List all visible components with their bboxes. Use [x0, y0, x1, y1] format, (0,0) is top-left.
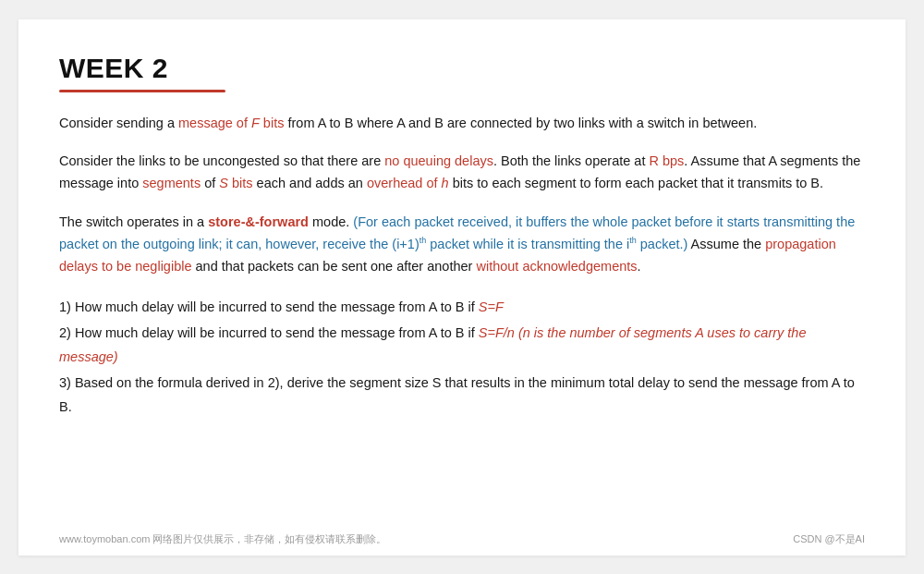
highlight-s-bits: S bits: [219, 176, 252, 190]
highlight-segments: segments: [142, 176, 201, 190]
q2-condition: S=F/n (n is the number of segments A use…: [59, 325, 807, 364]
paragraph-1: Consider sending a message of F bits fro…: [59, 113, 865, 135]
page-title: WEEK 2: [59, 53, 865, 84]
main-card: WEEK 2 Consider sending a message of F b…: [18, 19, 906, 556]
title-underline: [59, 90, 225, 92]
highlight-store-forward: store-&-forward: [208, 214, 309, 229]
paragraph-3: The switch operates in a store-&-forward…: [59, 212, 865, 278]
highlight-no-queuing: no queuing delays: [384, 153, 493, 168]
footer-right: CSDN @不是AI: [793, 532, 865, 546]
highlight-message-f-bits: message of F bits: [178, 116, 284, 130]
question-3: 3) Based on the formula derived in 2), d…: [59, 371, 865, 419]
highlight-r-bps: R bps: [649, 153, 684, 168]
question-1: 1) How much delay will be incurred to se…: [59, 295, 865, 319]
highlight-overhead-h: overhead of h: [367, 176, 449, 190]
highlight-blue-explanation: (For each packet received, it buffers th…: [59, 214, 855, 251]
question-2: 2) How much delay will be incurred to se…: [59, 321, 865, 369]
footer-left: www.toymoban.com 网络图片仅供展示，非存储，如有侵权请联系删除。: [59, 532, 386, 546]
paragraph-2: Consider the links to be uncongested so …: [59, 151, 865, 195]
q1-condition: S=F: [479, 299, 504, 314]
highlight-no-ack: without acknowledgements: [476, 259, 637, 274]
questions-section: 1) How much delay will be incurred to se…: [59, 295, 865, 419]
